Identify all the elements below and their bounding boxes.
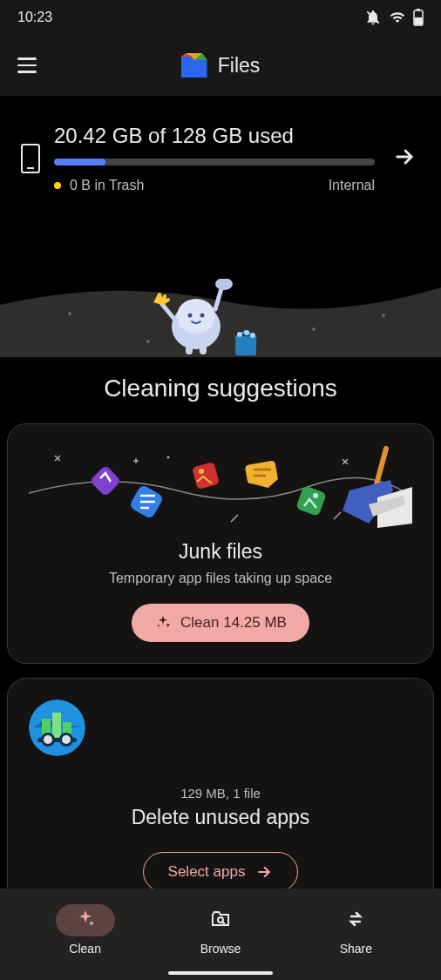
status-time: 10:23 (17, 10, 52, 25)
gesture-bar[interactable] (168, 971, 273, 975)
share-icon (345, 909, 366, 929)
storage-text: 20.42 GB of 128 GB used (54, 124, 375, 148)
svg-point-6 (312, 328, 315, 331)
unused-apps-card: 129 MB, 1 file Delete unused apps Select… (7, 678, 434, 914)
files-logo-icon (181, 53, 207, 78)
svg-point-23 (167, 456, 170, 459)
nav-clean[interactable]: Clean (56, 904, 115, 956)
junk-illustration (29, 445, 412, 537)
junk-subtitle: Temporary app files taking up space (29, 571, 412, 586)
menu-button[interactable] (17, 57, 37, 73)
svg-rect-13 (200, 344, 207, 355)
bottom-nav: Clean Browse Share (0, 889, 441, 980)
svg-rect-2 (415, 17, 423, 25)
arrow-right-icon (392, 145, 417, 169)
wifi-icon (389, 10, 406, 25)
unused-title: Delete unused apps (29, 806, 412, 829)
nav-share[interactable]: Share (326, 904, 385, 956)
storage-section: 20.42 GB of 128 GB used 0 B in Trash Int… (0, 96, 441, 357)
svg-point-4 (68, 312, 71, 315)
svg-line-50 (222, 922, 225, 924)
svg-line-27 (334, 512, 341, 519)
svg-line-24 (231, 515, 238, 522)
svg-point-47 (44, 735, 52, 744)
svg-point-14 (215, 279, 233, 290)
section-title: Cleaning suggestions (0, 357, 441, 423)
status-icons (364, 9, 424, 26)
select-apps-button[interactable]: Select apps (143, 852, 299, 892)
svg-point-9 (177, 299, 215, 334)
svg-rect-3 (417, 9, 420, 10)
storage-details-button[interactable] (389, 145, 420, 172)
battery-icon (413, 9, 424, 26)
svg-point-7 (382, 314, 385, 317)
svg-rect-12 (186, 344, 193, 355)
storage-progress-fill (54, 159, 105, 166)
sparkle-icon (75, 909, 96, 929)
svg-point-48 (62, 735, 71, 744)
svg-point-18 (250, 333, 255, 338)
arrow-right-icon (255, 863, 273, 881)
svg-point-11 (200, 314, 205, 318)
svg-point-16 (237, 332, 242, 337)
clean-junk-button[interactable]: Clean 14.25 MB (132, 604, 309, 642)
trash-info: 0 B in Trash (54, 178, 144, 193)
svg-point-5 (146, 340, 150, 343)
app-title: Files (181, 53, 261, 78)
svg-rect-15 (235, 336, 256, 355)
app-bar: Files (0, 35, 441, 96)
junk-files-card: Junk files Temporary app files taking up… (7, 423, 434, 664)
svg-rect-28 (90, 465, 122, 497)
mascot-icon (153, 279, 266, 357)
svg-point-17 (244, 330, 249, 335)
device-icon (21, 144, 40, 173)
trash-dot-icon (54, 182, 61, 189)
sparkle-icon (154, 614, 172, 632)
folder-search-icon (210, 909, 231, 929)
svg-point-34 (199, 469, 204, 474)
notifications-off-icon (364, 9, 382, 26)
svg-point-38 (313, 493, 318, 498)
status-bar: 10:23 (0, 0, 441, 35)
nav-browse[interactable]: Browse (191, 904, 250, 956)
storage-type: Internal (329, 178, 375, 193)
svg-rect-33 (192, 462, 220, 490)
junk-title: Junk files (29, 540, 412, 564)
unused-meta: 129 MB, 1 file (29, 786, 412, 801)
storage-progress (54, 159, 375, 166)
app-icon (29, 700, 85, 756)
svg-point-10 (188, 314, 193, 318)
